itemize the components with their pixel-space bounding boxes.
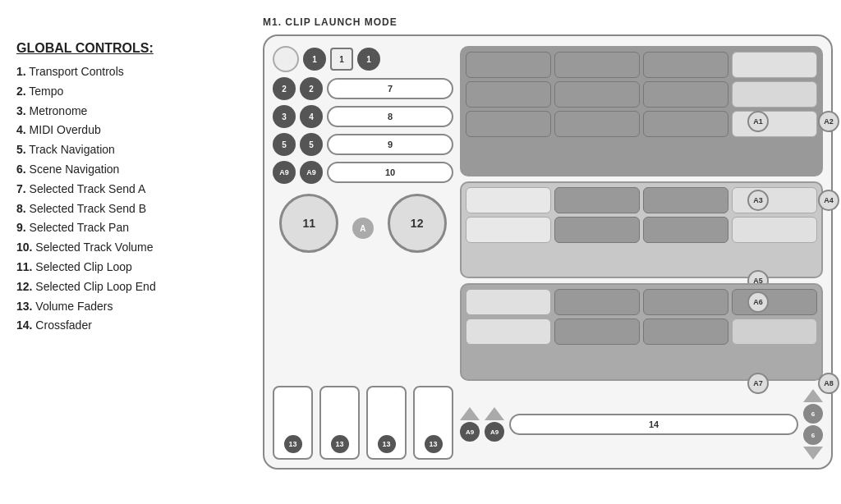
btn-a9-bottom[interactable]: A9 bbox=[460, 422, 480, 442]
device-left: 1 1 1 2 2 7 3 4 8 5 bbox=[273, 46, 453, 460]
crossfader[interactable]: 14 bbox=[509, 414, 798, 435]
clip-cell[interactable] bbox=[466, 289, 551, 315]
row-2: 2 2 7 bbox=[273, 77, 453, 100]
clip-cell[interactable] bbox=[554, 52, 640, 78]
clip-cell[interactable] bbox=[732, 52, 817, 78]
list-item: 14. Crossfader bbox=[16, 316, 255, 336]
btn-4[interactable]: 4 bbox=[300, 105, 323, 128]
list-item: 10. Selected Track Volume bbox=[16, 238, 255, 258]
clip-cell[interactable] bbox=[643, 81, 728, 108]
clip-cell[interactable] bbox=[732, 187, 817, 213]
clip-cell[interactable] bbox=[643, 289, 728, 315]
fader-label-1: 13 bbox=[284, 435, 302, 453]
item-num: 8. bbox=[16, 202, 26, 215]
list-item: 9. Selected Track Pan bbox=[16, 218, 255, 238]
knobs-section: 11 A 12 bbox=[273, 194, 453, 253]
annotation-a7: A7 bbox=[747, 373, 769, 394]
device-right: A1 A2 bbox=[460, 46, 823, 460]
btn-5b[interactable]: 5 bbox=[300, 133, 323, 156]
clip-cell[interactable] bbox=[554, 81, 640, 108]
btn-1b[interactable]: 1 bbox=[330, 48, 353, 71]
clip-cell[interactable] bbox=[466, 81, 551, 108]
btn-5a[interactable]: 5 bbox=[273, 133, 296, 156]
btn-a[interactable]: A bbox=[352, 218, 374, 239]
btn-a9b[interactable]: A9 bbox=[300, 161, 323, 184]
clip-cell[interactable] bbox=[466, 187, 551, 213]
btn-1c[interactable]: 1 bbox=[357, 48, 380, 71]
fader-2[interactable]: 13 bbox=[319, 386, 360, 460]
clip-cell[interactable] bbox=[466, 52, 551, 78]
clip-cell[interactable] bbox=[466, 111, 551, 137]
nav6-down-icon[interactable] bbox=[803, 447, 823, 460]
annotation-a3: A3 bbox=[747, 190, 769, 211]
btn-3[interactable]: 3 bbox=[273, 105, 296, 128]
list-item: 4. MIDI Overdub bbox=[16, 121, 255, 140]
btn-nav6a[interactable]: 6 bbox=[803, 404, 823, 424]
item-num: 3. bbox=[16, 104, 26, 117]
clip-cell[interactable] bbox=[732, 289, 817, 315]
fader-1[interactable]: 13 bbox=[273, 386, 313, 460]
fader-4[interactable]: 13 bbox=[413, 386, 453, 460]
fader-label-3: 13 bbox=[378, 435, 396, 453]
clip-cell[interactable] bbox=[554, 318, 640, 345]
clip-cell[interactable] bbox=[643, 52, 728, 78]
spacer bbox=[360, 208, 366, 214]
device-box: 1 1 1 2 2 7 3 4 8 5 bbox=[263, 34, 833, 470]
a9-nav-group2: A9 bbox=[485, 407, 504, 442]
nav6-up-icon[interactable] bbox=[803, 389, 823, 402]
list-item: 5. Track Navigation bbox=[16, 140, 255, 160]
clip-cell[interactable] bbox=[643, 111, 728, 137]
nav-up-arrow2-icon[interactable] bbox=[485, 407, 504, 420]
btn-a9-bottom2[interactable]: A9 bbox=[485, 422, 504, 442]
knob-a-group: A bbox=[352, 208, 374, 239]
item-num: 9. bbox=[16, 221, 26, 234]
row-5: A9 A9 10 bbox=[273, 161, 453, 184]
clip-cell[interactable] bbox=[643, 318, 728, 345]
slider-10[interactable]: 10 bbox=[327, 162, 453, 183]
clip-cell[interactable] bbox=[643, 217, 728, 243]
slider-9[interactable]: 9 bbox=[327, 134, 453, 155]
clip-cell[interactable] bbox=[643, 187, 728, 213]
annotation-a4: A4 bbox=[818, 190, 839, 211]
diagram-panel: M1. CLIP LAUNCH MODE 1 1 1 2 2 7 bbox=[263, 16, 833, 496]
clip-cell[interactable] bbox=[732, 318, 817, 345]
controls-panel: GLOBAL CONTROLS: 1. Transport Controls 2… bbox=[16, 16, 255, 496]
clip-cell[interactable] bbox=[554, 289, 640, 315]
btn-2a[interactable]: 2 bbox=[273, 77, 296, 100]
fader-3[interactable]: 13 bbox=[366, 386, 407, 460]
clip-cell[interactable] bbox=[466, 318, 551, 345]
diagram-title: M1. CLIP LAUNCH MODE bbox=[263, 16, 833, 28]
clip-cell[interactable] bbox=[466, 217, 551, 243]
slider-8[interactable]: 8 bbox=[327, 106, 453, 127]
btn-circle-empty[interactable] bbox=[273, 46, 299, 72]
clip-cell[interactable] bbox=[554, 217, 640, 243]
nav6-right-group: 6 6 bbox=[803, 389, 823, 460]
list-item: 12. Selected Clip Loop End bbox=[16, 277, 255, 297]
controls-heading: GLOBAL CONTROLS: bbox=[16, 41, 255, 56]
grid-top: A1 A2 bbox=[460, 46, 823, 176]
knob-11[interactable]: 11 bbox=[279, 194, 338, 253]
row-1: 1 1 1 bbox=[273, 46, 453, 72]
knob-12[interactable]: 12 bbox=[388, 194, 447, 253]
btn-nav6b[interactable]: 6 bbox=[803, 425, 823, 445]
grid-row-b2 bbox=[466, 318, 817, 345]
row-3: 3 4 8 bbox=[273, 105, 453, 128]
clip-cell[interactable] bbox=[554, 187, 640, 213]
faders-section: 13 13 13 13 bbox=[273, 261, 453, 460]
clip-cell[interactable] bbox=[732, 111, 817, 137]
bottom-controls: A9 A9 14 6 6 bbox=[460, 389, 823, 460]
clip-cell[interactable] bbox=[554, 111, 640, 137]
btn-a9a[interactable]: A9 bbox=[273, 161, 296, 184]
btn-2b[interactable]: 2 bbox=[300, 77, 323, 100]
clip-cell-a2[interactable] bbox=[732, 81, 817, 108]
list-item: 8. Selected Track Send B bbox=[16, 199, 255, 219]
item-num: 2. bbox=[16, 85, 26, 98]
nav-up-arrow-icon[interactable] bbox=[460, 407, 480, 420]
annotation-a2: A2 bbox=[818, 111, 839, 132]
a9-up-row bbox=[460, 407, 480, 420]
slider-7[interactable]: 7 bbox=[327, 78, 453, 99]
fader-label-2: 13 bbox=[331, 435, 349, 453]
item-num: 10. bbox=[16, 241, 32, 254]
btn-1a[interactable]: 1 bbox=[303, 48, 326, 71]
clip-cell[interactable] bbox=[732, 217, 817, 243]
